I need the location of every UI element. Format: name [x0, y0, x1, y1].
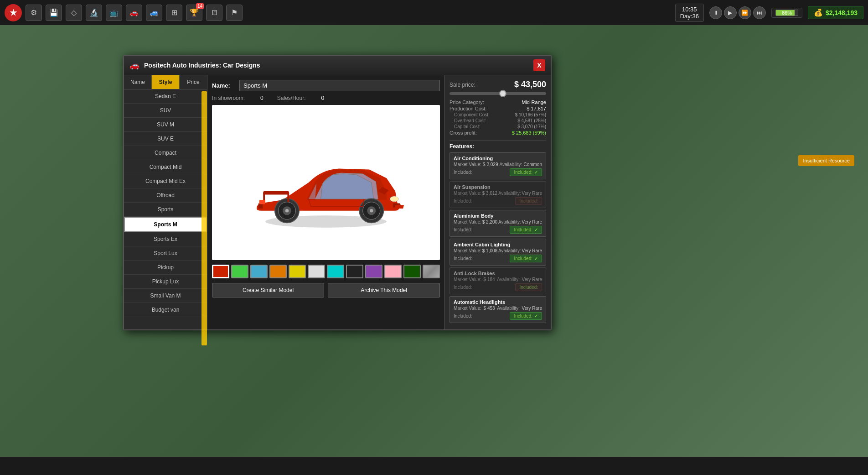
feature-name-air-suspension: Air Suspension: [454, 184, 542, 190]
feature-ab-check[interactable]: Included: ✓: [510, 226, 542, 234]
feature-included-row-alb: Included: Included:: [454, 283, 542, 291]
list-item-sedan-e[interactable]: Sedan E: [124, 89, 207, 104]
battery-fill: 86%: [775, 10, 798, 16]
color-swatch-black[interactable]: [346, 265, 363, 278]
archive-model-button[interactable]: Archive This Model: [328, 283, 440, 298]
feature-row-ah: Market Value: $ 453 Availability: Very R…: [454, 306, 542, 311]
gross-profit-row: Gross profit: $ 25,683 (59%): [450, 130, 546, 136]
list-item-sports-m[interactable]: Sports M: [124, 217, 207, 232]
list-item-suv-e[interactable]: SUV E: [124, 132, 207, 146]
color-swatch-lightblue[interactable]: [250, 265, 268, 278]
feature-row-ab: Market Value: $ 2,200 Availability: Very…: [454, 219, 542, 224]
map-button[interactable]: ◇: [66, 5, 82, 21]
price-slider[interactable]: [450, 92, 546, 95]
tab-name[interactable]: Name: [124, 75, 152, 89]
list-item-offroad[interactable]: Offroad: [124, 188, 207, 203]
list-item-pickup[interactable]: Pickup: [124, 261, 207, 275]
tab-style[interactable]: Style: [152, 75, 180, 89]
showroom-value: 0: [260, 95, 264, 101]
gross-label: Gross profit:: [450, 130, 477, 136]
component-value: $ 10,166 (57%): [515, 112, 546, 117]
feature-included-row-ah: Included: Included: ✓: [454, 312, 542, 320]
list-item-small-van-m[interactable]: Small Van M: [124, 289, 207, 303]
dialog-close-button[interactable]: X: [533, 59, 545, 71]
grid-button[interactable]: ⊞: [166, 5, 182, 21]
color-swatch-yellow[interactable]: [289, 265, 306, 278]
action-row: Create Similar Model Archive This Model: [212, 283, 440, 298]
list-item-suv-m[interactable]: SUV M: [124, 118, 207, 132]
feature-alb-check[interactable]: Included:: [515, 283, 542, 291]
time-value: 10:35: [680, 6, 699, 13]
feature-avail-label: Availability:: [500, 162, 522, 167]
feature-name-anti-lock: Anti-Lock Brakes: [454, 271, 542, 276]
skip-button[interactable]: ⏭: [753, 6, 766, 19]
fast-forward-button[interactable]: ⏩: [739, 6, 751, 19]
svg-point-4: [370, 209, 373, 213]
car2-button[interactable]: 🚙: [146, 5, 162, 21]
list-item-pickup-lux[interactable]: Pickup Lux: [124, 275, 207, 289]
list-item-sports-ex[interactable]: Sports Ex: [124, 232, 207, 246]
settings-button[interactable]: ⚙: [26, 5, 42, 21]
color-swatch-green[interactable]: [231, 265, 248, 278]
color-swatch-chrome[interactable]: [423, 265, 440, 278]
color-swatch-red[interactable]: [212, 265, 229, 278]
tab-row: Name Style Price: [124, 75, 207, 89]
overhead-label: Overhead Cost:: [450, 118, 486, 123]
feature-name-ambient-cabin: Ambient Cabin Lighting: [454, 242, 542, 247]
feature-ah-check[interactable]: Included: ✓: [510, 312, 542, 320]
list-item-suv[interactable]: SUV: [124, 104, 207, 118]
color-swatch-darkgreen[interactable]: [403, 265, 421, 278]
production-cost-value: $ 17,817: [527, 106, 546, 111]
pause-button[interactable]: ⏸: [709, 6, 722, 19]
color-swatch-cyan[interactable]: [327, 265, 344, 278]
list-item-budget-van[interactable]: Budget van: [124, 303, 207, 317]
color-swatch-pink[interactable]: [384, 265, 402, 278]
color-swatch-row: [212, 265, 440, 278]
flag-button[interactable]: ⚑: [226, 5, 243, 21]
feature-as-avail: Very Rare: [522, 191, 542, 196]
list-item-sport-lux[interactable]: Sport Lux: [124, 246, 207, 261]
feature-acl-check[interactable]: Included: ✓: [510, 255, 542, 262]
trophy-button[interactable]: 🏆: [186, 5, 202, 21]
color-swatch-white[interactable]: [308, 265, 325, 278]
create-similar-button[interactable]: Create Similar Model: [212, 283, 324, 298]
price-slider-container[interactable]: [450, 92, 546, 95]
main-content: Name: In showroom: 0 Sales/Hour: 0: [207, 75, 445, 329]
save-button[interactable]: 💾: [46, 5, 62, 21]
price-category-value: Mid-Range: [522, 99, 546, 105]
list-item-sports[interactable]: Sports: [124, 203, 207, 217]
list-item-compact[interactable]: Compact: [124, 146, 207, 160]
features-title: Features:: [450, 140, 546, 150]
feature-name-air-conditioning: Air Conditioning: [454, 156, 542, 161]
feature-row-ac: Market Value: $ 2,029 Availability: Comm…: [454, 162, 542, 167]
feature-card-anti-lock: Anti-Lock Brakes Market Value: $ 184 Ava…: [450, 267, 546, 294]
feature-included-row-acl: Included: Included: ✓: [454, 255, 542, 262]
color-swatch-purple[interactable]: [365, 265, 382, 278]
tab-price[interactable]: Price: [180, 75, 207, 89]
feature-ac-check[interactable]: Included: ✓: [510, 168, 542, 176]
component-label: Component Cost:: [450, 112, 490, 117]
feature-as-mv: $ 3,012: [482, 191, 497, 196]
feature-acl-avail: Very Rare: [522, 248, 542, 253]
list-scrollbar[interactable]: [202, 91, 207, 345]
feature-row-acl: Market Value: $ 1,008 Availability: Very…: [454, 248, 542, 253]
feature-as-check[interactable]: Included:: [515, 197, 542, 205]
gross-value: $ 25,683 (59%): [512, 130, 546, 136]
play-button[interactable]: ▶: [724, 6, 737, 19]
monitor-button[interactable]: 🖥: [206, 5, 222, 21]
car-name-input[interactable]: [239, 80, 440, 91]
top-bar: ★ ⚙ 💾 ◇ 🔬 📺 🚗 🚙 ⊞ 🏆 🖥 ⚑ 10:35 Day:36 ⏸ ▶…: [0, 0, 868, 25]
overhead-value: $ 4,581 (25%): [517, 118, 546, 123]
color-swatch-orange[interactable]: [269, 265, 287, 278]
bottom-bar: [0, 457, 868, 475]
research-button[interactable]: 🔬: [86, 5, 102, 21]
media-button[interactable]: 📺: [106, 5, 122, 21]
list-item-compact-mid[interactable]: Compact Mid: [124, 160, 207, 174]
media-controls: ⏸ ▶ ⏩ ⏭: [709, 6, 766, 19]
svg-rect-11: [288, 193, 289, 202]
car1-button[interactable]: 🚗: [126, 5, 142, 21]
price-slider-thumb[interactable]: [499, 90, 506, 97]
dialog-title: Positech Auto Industries: Car Designs: [144, 62, 529, 69]
list-item-compact-mid-ex[interactable]: Compact Mid Ex: [124, 174, 207, 188]
time-display: 10:35 Day:36: [675, 4, 704, 22]
